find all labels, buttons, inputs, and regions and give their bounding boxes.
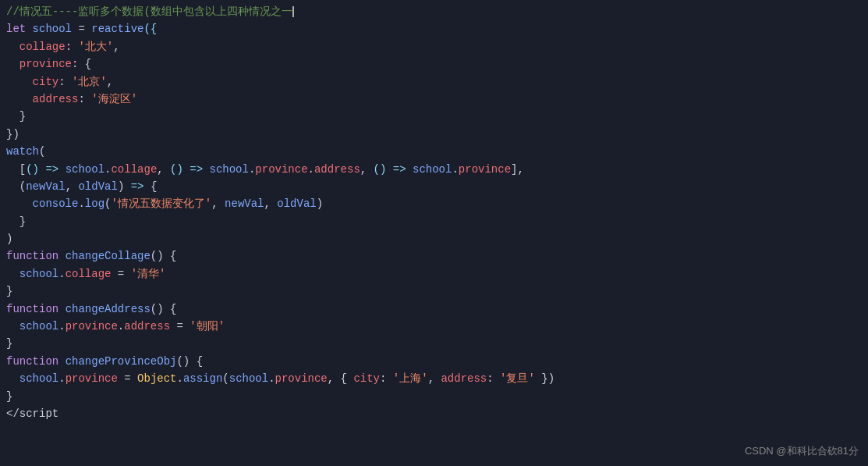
code-line-12: console.log('情况五数据变化了', newVal, oldVal)	[0, 195, 868, 212]
code-line-11: (newVal, oldVal) => {	[0, 178, 868, 195]
code-line-10: [() => school.collage, () => school.prov…	[0, 161, 868, 178]
code-line-4: province: {	[0, 55, 868, 73]
code-line-1: //情况五----监听多个数据(数组中包含以上四种情况之一	[0, 3, 868, 20]
code-line-21: function changeProvinceObj() {	[0, 353, 868, 370]
code-line-13: }	[0, 213, 868, 230]
code-line-16: school.collage = '清华'	[0, 265, 868, 283]
code-line-24: </script	[0, 405, 868, 422]
watermark: CSDN @和科比合砍81分	[745, 443, 859, 460]
var-school: school	[33, 20, 72, 37]
code-line-22: school.province = Object.assign(school.p…	[0, 370, 868, 387]
code-editor: //情况五----监听多个数据(数组中包含以上四种情况之一 let school…	[0, 0, 868, 466]
code-line-14: )	[0, 230, 868, 247]
code-line-7: }	[0, 108, 868, 125]
code-line-9: watch(	[0, 143, 868, 160]
code-line-18: function changeAddress() {	[0, 301, 868, 318]
kw-let: let	[6, 20, 33, 37]
code-line-15: function changeCollage() {	[0, 247, 868, 265]
code-line-5: city: '北京',	[0, 73, 868, 91]
code-line-6: address: '海淀区'	[0, 91, 868, 108]
code-line-20: }	[0, 335, 868, 352]
code-line-23: }	[0, 388, 868, 405]
comment-text: //情况五----监听多个数据(数组中包含以上四种情况之一	[6, 3, 292, 20]
code-line-8: })	[0, 126, 868, 143]
fn-reactive: reactive	[91, 20, 143, 37]
code-line-17: }	[0, 283, 868, 300]
code-line-19: school.province.address = '朝阳'	[0, 318, 868, 335]
code-line-2: let school = reactive({	[0, 20, 868, 37]
op-eq: =	[72, 20, 91, 37]
code-line-3: collage: '北大',	[0, 38, 868, 55]
